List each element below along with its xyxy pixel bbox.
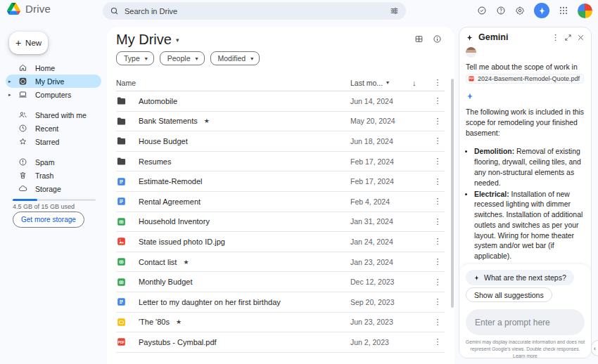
file-options-kebab-icon[interactable]: ⋮ xyxy=(431,297,445,306)
file-row[interactable]: Household InventoryJan 31, 2024⋮ xyxy=(116,212,445,233)
file-row[interactable]: Rental AgreementFeb 4, 2024⋮ xyxy=(116,192,445,212)
google-docs-icon xyxy=(116,176,139,187)
suggestion-chip-next-steps[interactable]: What are the next steps? xyxy=(466,270,574,285)
suggestion-chip-label: What are the next steps? xyxy=(484,273,566,282)
settings-icon[interactable] xyxy=(515,6,525,15)
chevron-down-icon: ▾ xyxy=(250,56,253,62)
panel-collapse-handle[interactable]: ‹ xyxy=(591,340,598,356)
drive-logo[interactable]: Drive xyxy=(7,3,51,15)
file-options-kebab-icon[interactable]: ⋮ xyxy=(431,278,445,287)
file-row-partial[interactable] xyxy=(116,353,445,364)
help-icon[interactable] xyxy=(496,6,506,15)
attachment-chip[interactable]: PDF 2024-Basement-Remodel-Quote.pdf xyxy=(466,74,584,84)
apps-grid-icon[interactable] xyxy=(559,6,568,15)
chevron-down-icon: ▾ xyxy=(176,37,179,44)
gemini-side-panel: Gemini ⋮ Tell me about the scope of work… xyxy=(459,27,592,358)
filter-chip-people[interactable]: People▾ xyxy=(160,51,205,65)
file-name: Paystubs - Cymbal.pdf xyxy=(139,338,217,346)
filter-chip-label: People xyxy=(167,54,191,63)
response-intro-text: The following work is included in this s… xyxy=(466,108,585,138)
file-list-scrollbar[interactable] xyxy=(451,79,454,308)
get-more-storage-button[interactable]: Get more storage xyxy=(13,212,84,228)
account-avatar[interactable] xyxy=(578,4,592,18)
disclaimer-text: Gemini may display inaccurate informatio… xyxy=(466,339,585,351)
search-icon[interactable] xyxy=(110,6,119,15)
gemini-disclaimer: Gemini may display inaccurate informatio… xyxy=(465,339,585,358)
filter-chip-label: Modified xyxy=(218,54,246,63)
new-button[interactable]: + New xyxy=(9,32,48,54)
expand-chevron-icon[interactable]: ▸ xyxy=(8,92,11,98)
sidebar-item-shared-with-me[interactable]: Shared with me xyxy=(6,108,101,122)
main-content: My Drive ▾ Type▾People▾Modified▾ Name La… xyxy=(107,27,454,364)
file-row[interactable]: 'The '80s★Jun 23, 2023⋮ xyxy=(116,313,445,333)
sidebar-item-trash[interactable]: Trash xyxy=(6,169,101,182)
file-name: Estimate-Remodel xyxy=(139,177,202,186)
file-options-kebab-icon[interactable]: ⋮ xyxy=(431,257,445,266)
search-options-icon[interactable] xyxy=(390,6,399,15)
file-row[interactable]: Monthly BudgetDec 12, 2023⋮ xyxy=(116,272,445,292)
file-row[interactable]: ResumesFeb 17, 2024⋮ xyxy=(116,152,445,172)
file-row[interactable]: State issued photo ID.jpgJan 24, 2024⋮ xyxy=(116,232,445,252)
expand-chevron-icon[interactable]: ▸ xyxy=(8,79,11,84)
file-row[interactable]: Letter to my daughter on her first birth… xyxy=(116,292,445,313)
file-options-kebab-icon[interactable]: ⋮ xyxy=(431,237,445,246)
file-options-kebab-icon[interactable]: ⋮ xyxy=(431,197,445,206)
my-drive-icon xyxy=(18,77,27,86)
file-options-kebab-icon[interactable]: ⋮ xyxy=(431,117,445,126)
filter-chip-type[interactable]: Type▾ xyxy=(116,51,154,65)
gemini-response-spark-icon xyxy=(466,92,474,100)
sidebar-item-home[interactable]: Home xyxy=(6,61,101,74)
file-name: State issued photo ID.jpg xyxy=(139,238,225,246)
details-info-icon[interactable] xyxy=(433,34,442,44)
file-row[interactable]: Estimate-RemodelFeb 17, 2024⋮ xyxy=(116,171,445,192)
file-options-kebab-icon[interactable]: ⋮ xyxy=(431,337,445,346)
sidebar-item-label: Computers xyxy=(35,91,71,99)
file-options-kebab-icon[interactable]: ⋮ xyxy=(431,157,445,166)
pdf-icon: PDF xyxy=(116,337,139,347)
sidebar-item-label: My Drive xyxy=(35,77,64,86)
filter-chip-modified[interactable]: Modified▾ xyxy=(210,51,260,65)
gemini-spark-icon[interactable] xyxy=(534,3,549,18)
gemini-menu-kebab-icon[interactable]: ⋮ xyxy=(552,33,559,42)
sort-direction-icon[interactable]: ↓ xyxy=(412,79,431,87)
file-options-kebab-icon[interactable]: ⋮ xyxy=(431,96,445,105)
starred-icon xyxy=(18,137,27,146)
show-all-suggestions-button[interactable]: Show all suggestions xyxy=(466,287,552,302)
file-row[interactable]: AutomobileJun 14, 2024⋮ xyxy=(116,91,445,112)
file-modified-date: Jun 14, 2024 xyxy=(350,97,412,105)
grid-view-toggle-icon[interactable] xyxy=(414,34,424,44)
sidebar-item-starred[interactable]: Starred xyxy=(6,135,101,148)
spark-icon xyxy=(473,275,480,281)
sidebar-item-computers[interactable]: ▸Computers xyxy=(6,88,101,101)
drive-triangle-icon xyxy=(7,3,20,15)
file-options-kebab-icon[interactable]: ⋮ xyxy=(431,217,445,226)
learn-more-link[interactable]: Learn more xyxy=(513,353,537,358)
list-options-kebab-icon[interactable]: ⋮ xyxy=(431,78,445,87)
file-name: House Budget xyxy=(139,137,188,145)
file-modified-date: Jun 18, 2024 xyxy=(350,137,412,145)
prompt-input[interactable]: Enter a prompt here xyxy=(466,309,585,335)
user-prompt-text: Tell me about the scope of work in xyxy=(466,62,585,72)
sidebar-item-recent[interactable]: Recent xyxy=(6,122,101,135)
column-header-name[interactable]: Name xyxy=(116,79,350,87)
file-row[interactable]: Bank Statements★May 20, 2024⋮ xyxy=(116,112,445,132)
expand-panel-icon[interactable] xyxy=(564,34,572,41)
sidebar-item-spam[interactable]: Spam xyxy=(6,155,101,169)
search-input[interactable]: Search in Drive xyxy=(103,2,406,20)
file-options-kebab-icon[interactable]: ⋮ xyxy=(431,177,445,186)
availability-badge-icon[interactable] xyxy=(477,6,487,15)
file-list: AutomobileJun 14, 2024⋮Bank Statements★M… xyxy=(116,91,445,364)
sidebar-item-storage[interactable]: Storage xyxy=(6,182,101,195)
file-modified-date: Feb 17, 2024 xyxy=(350,177,412,186)
sidebar-item-my-drive[interactable]: ▸My Drive xyxy=(6,74,101,88)
close-panel-icon[interactable] xyxy=(577,34,585,41)
file-options-kebab-icon[interactable]: ⋮ xyxy=(431,318,445,327)
file-row[interactable]: PDFPaystubs - Cymbal.pdfJun 2, 2023⋮ xyxy=(116,332,445,353)
file-row[interactable]: House BudgetJun 18, 2024⋮ xyxy=(116,131,445,152)
column-header-modified[interactable]: Last mo... ▾ xyxy=(350,79,412,87)
page-title[interactable]: My Drive ▾ xyxy=(116,32,179,48)
file-options-kebab-icon[interactable]: ⋮ xyxy=(431,136,445,145)
file-row[interactable]: Contact list★Jan 23, 2024⋮ xyxy=(116,252,445,273)
filter-chips: Type▾People▾Modified▾ xyxy=(116,51,260,65)
file-name: Resumes xyxy=(139,157,171,166)
